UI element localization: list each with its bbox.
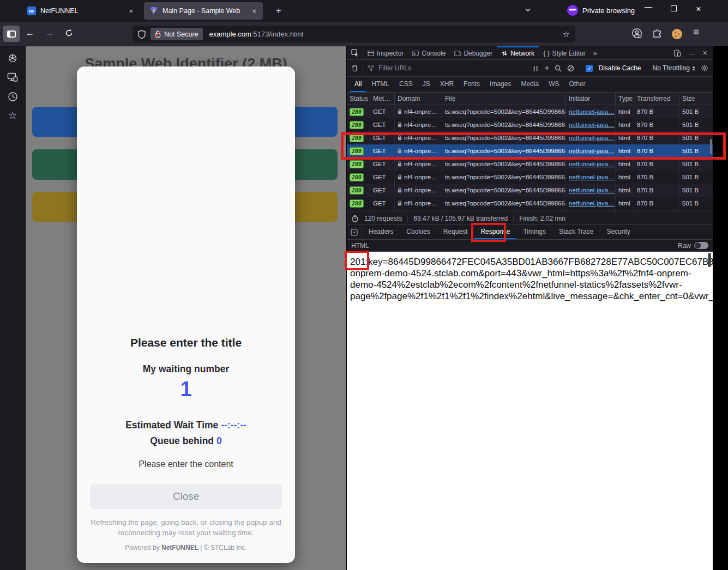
network-request-row[interactable]: 200 GET nf4-onpre… ts.wseq?opcode=5002&k…: [347, 197, 713, 210]
extensions-puzzle-icon[interactable]: [652, 28, 663, 38]
bookmarks-star-icon[interactable]: ☆: [7, 110, 19, 122]
col-status[interactable]: Status: [347, 93, 370, 105]
col-transferred[interactable]: Transferred: [634, 93, 679, 105]
detail-tab-stack-trace[interactable]: Stack Trace: [552, 225, 600, 239]
ai-chatbot-icon[interactable]: [7, 52, 19, 64]
size-cell: 501 B: [679, 131, 713, 144]
detail-tab-cookies[interactable]: Cookies: [400, 225, 436, 239]
detail-tab-security[interactable]: Security: [600, 225, 636, 239]
bookmark-star-icon[interactable]: ☆: [563, 29, 570, 39]
initiator-link[interactable]: netfunnel-java…: [566, 118, 616, 131]
network-request-row[interactable]: 200 GET nf4-onpre… ts.wseq?opcode=5002&k…: [347, 105, 713, 118]
filter-urls-input[interactable]: Filter URLs: [378, 64, 411, 72]
responsive-design-icon[interactable]: [671, 50, 684, 57]
history-clock-icon[interactable]: [7, 90, 19, 102]
clear-requests-trash-icon[interactable]: [351, 64, 358, 72]
sidebar-toggle-button[interactable]: [3, 26, 20, 42]
window-close-button[interactable]: ×: [689, 4, 708, 14]
devtools-meatball-menu[interactable]: …: [685, 49, 699, 57]
throttling-select[interactable]: No Throttling: [653, 64, 695, 72]
table-scrollbar-thumb[interactable]: [710, 139, 712, 154]
filter-html[interactable]: HTML: [367, 77, 394, 92]
network-request-row[interactable]: 200 GET nf4-onpre… ts.wseq?opcode=5002&k…: [347, 118, 713, 131]
add-request-icon[interactable]: +: [544, 63, 549, 73]
initiator-link[interactable]: netfunnel-java…: [566, 184, 616, 197]
tab-list-chevron-icon[interactable]: [525, 7, 531, 13]
col-domain[interactable]: Domain: [395, 93, 442, 105]
initiator-link[interactable]: netfunnel-java…: [566, 105, 616, 118]
col-initiator[interactable]: Initiator: [566, 93, 616, 105]
shield-icon[interactable]: [138, 30, 146, 39]
browser-tab-main-page[interactable]: Main Page - Sample Web ×: [144, 2, 263, 20]
col-file[interactable]: File: [442, 93, 566, 105]
network-request-row[interactable]: 200 GET nf4-onpre… ts.wseq?opcode=5002&k…: [347, 131, 713, 144]
response-body[interactable]: 201:key=86445D99866472FEC045A35BD01AB366…: [347, 252, 713, 570]
tab-inspector[interactable]: Inspector: [363, 46, 408, 59]
network-request-row[interactable]: 200 GET nf4-onpre… ts.wseq?opcode=5002&k…: [347, 144, 713, 157]
new-tab-button[interactable]: +: [272, 4, 286, 17]
forward-button[interactable]: →: [45, 28, 54, 38]
hamburger-menu-icon[interactable]: ≡: [693, 26, 699, 38]
reload-button[interactable]: [65, 29, 73, 37]
filter-fonts[interactable]: Fonts: [459, 77, 484, 92]
col-method[interactable]: Met…: [370, 93, 395, 105]
filter-media[interactable]: Media: [516, 77, 543, 92]
pause-traffic-icon[interactable]: ||: [533, 65, 539, 71]
tab-close-icon[interactable]: ×: [251, 7, 257, 15]
tab-style-editor[interactable]: { } Style Editor: [539, 46, 590, 59]
tab-close-icon[interactable]: ×: [128, 7, 134, 15]
requests-count: 120 requests: [364, 215, 402, 222]
tab-network[interactable]: Network: [497, 46, 539, 59]
filter-xhr[interactable]: XHR: [436, 77, 458, 92]
account-icon[interactable]: [631, 28, 642, 39]
col-type[interactable]: Type: [616, 93, 634, 105]
tab-debugger[interactable]: Debugger: [450, 46, 497, 59]
detail-tab-headers[interactable]: Headers: [362, 225, 400, 239]
netfunnel-brand: NetFUNNEL: [161, 544, 198, 551]
initiator-link[interactable]: netfunnel-java…: [566, 157, 616, 171]
more-panels-chevrons[interactable]: »: [590, 46, 600, 59]
synced-tabs-icon[interactable]: [7, 71, 19, 83]
window-minimize-button[interactable]: —: [639, 2, 658, 11]
tab-console[interactable]: Console: [408, 46, 450, 59]
search-icon[interactable]: [555, 65, 562, 72]
back-button[interactable]: ←: [26, 28, 34, 38]
devtools-close-icon[interactable]: ×: [700, 48, 711, 57]
initiator-link[interactable]: netfunnel-java…: [566, 131, 616, 144]
initiator-link[interactable]: netfunnel-java…: [566, 171, 616, 184]
method-cell: GET: [370, 131, 395, 144]
detail-tab-timings[interactable]: Timings: [516, 225, 552, 239]
profile-cookie-icon[interactable]: [672, 29, 682, 39]
col-size[interactable]: Size: [679, 93, 713, 105]
filter-js[interactable]: JS: [418, 77, 435, 92]
network-request-row[interactable]: 200 GET nf4-onpre… ts.wseq?opcode=5002&k…: [347, 171, 713, 184]
initiator-link[interactable]: netfunnel-java…: [566, 197, 616, 210]
network-settings-gear-icon[interactable]: [701, 64, 708, 72]
pick-element-icon[interactable]: [347, 46, 363, 59]
url-bar[interactable]: Not Secure example.com:5173/index.html ☆: [133, 26, 575, 43]
detail-tab-response[interactable]: Response: [474, 225, 516, 239]
initiator-link[interactable]: netfunnel-java…: [566, 210, 616, 213]
filter-css[interactable]: CSS: [395, 77, 417, 92]
browser-tab-netfunnel[interactable]: NF NetFUNNEL ×: [22, 2, 140, 20]
initiator-link[interactable]: netfunnel-java…: [566, 144, 616, 157]
not-secure-badge[interactable]: Not Secure: [151, 28, 203, 40]
network-request-row[interactable]: 200 GET nf4-onpre… ts.wseq?opcode=5002&k…: [347, 210, 713, 213]
network-request-row[interactable]: 200 GET nf4-onpre… ts.wseq?opcode=5002&k…: [347, 184, 713, 197]
request-type-filters: All HTML CSS JS XHR Fonts Images Media W…: [347, 77, 713, 93]
filter-images[interactable]: Images: [485, 77, 515, 92]
response-scrollbar-thumb[interactable]: [708, 253, 711, 267]
network-request-row[interactable]: 200 GET nf4-onpre… ts.wseq?opcode=5002&k…: [347, 157, 713, 171]
disable-cache-checkbox[interactable]: ✓: [586, 65, 593, 72]
raw-toggle[interactable]: [694, 242, 708, 249]
filter-other[interactable]: Other: [564, 77, 589, 92]
filter-all[interactable]: All: [350, 77, 366, 92]
split-pane-icon[interactable]: [347, 225, 362, 239]
filter-ws[interactable]: WS: [544, 77, 563, 92]
block-requests-icon[interactable]: [567, 65, 574, 72]
window-maximize-button[interactable]: [664, 4, 683, 13]
network-summary-bar: 120 requests 69.47 kB / 105.97 kB transf…: [347, 213, 713, 225]
url-text[interactable]: example.com:5173/index.html: [209, 30, 304, 38]
detail-tab-request[interactable]: Request: [437, 225, 474, 239]
modal-close-button[interactable]: Close: [90, 484, 282, 509]
